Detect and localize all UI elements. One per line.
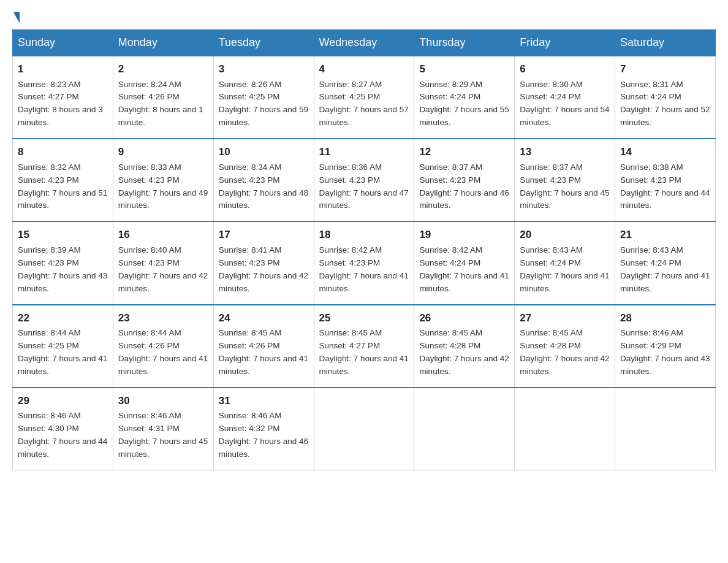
day-number: 14 [620, 144, 710, 160]
day-number: 5 [419, 61, 509, 77]
day-number: 10 [219, 144, 309, 160]
week-row-4: 22 Sunrise: 8:44 AMSunset: 4:25 PMDaylig… [13, 305, 716, 388]
day-info: Sunrise: 8:46 AMSunset: 4:32 PMDaylight:… [219, 411, 308, 459]
day-number: 29 [18, 393, 108, 409]
calendar-day-23: 23 Sunrise: 8:44 AMSunset: 4:26 PMDaylig… [113, 305, 213, 388]
day-info: Sunrise: 8:34 AMSunset: 4:23 PMDaylight:… [219, 163, 308, 210]
calendar-day-24: 24 Sunrise: 8:45 AMSunset: 4:26 PMDaylig… [213, 305, 314, 388]
day-number: 2 [118, 61, 208, 77]
day-info: Sunrise: 8:38 AMSunset: 4:23 PMDaylight:… [620, 163, 710, 210]
day-number: 23 [118, 310, 208, 326]
day-info: Sunrise: 8:30 AMSunset: 4:24 PMDaylight:… [520, 80, 609, 128]
day-number: 4 [319, 61, 409, 77]
calendar-day-20: 20 Sunrise: 8:43 AMSunset: 4:24 PMDaylig… [515, 221, 615, 304]
day-info: Sunrise: 8:29 AMSunset: 4:24 PMDaylight:… [419, 80, 509, 128]
day-number: 8 [18, 144, 108, 160]
day-header-wednesday: Wednesday [314, 30, 414, 56]
day-number: 22 [18, 310, 108, 326]
day-header-sunday: Sunday [13, 30, 113, 56]
day-number: 24 [219, 310, 309, 326]
empty-cell [414, 388, 515, 470]
day-number: 21 [620, 227, 710, 243]
day-number: 15 [18, 227, 108, 243]
day-info: Sunrise: 8:45 AMSunset: 4:26 PMDaylight:… [219, 328, 308, 376]
calendar-day-30: 30 Sunrise: 8:46 AMSunset: 4:31 PMDaylig… [113, 388, 213, 470]
calendar-day-15: 15 Sunrise: 8:39 AMSunset: 4:23 PMDaylig… [13, 221, 113, 304]
calendar-day-19: 19 Sunrise: 8:42 AMSunset: 4:24 PMDaylig… [414, 221, 515, 304]
day-number: 12 [419, 144, 509, 160]
empty-cell [314, 388, 414, 470]
day-number: 11 [319, 144, 409, 160]
empty-cell [515, 388, 615, 470]
day-info: Sunrise: 8:27 AMSunset: 4:25 PMDaylight:… [319, 80, 409, 128]
day-info: Sunrise: 8:24 AMSunset: 4:26 PMDaylight:… [118, 80, 203, 128]
calendar-day-22: 22 Sunrise: 8:44 AMSunset: 4:25 PMDaylig… [13, 305, 113, 388]
week-row-1: 1 Sunrise: 8:23 AMSunset: 4:27 PMDayligh… [13, 56, 716, 139]
day-number: 19 [419, 227, 509, 243]
day-info: Sunrise: 8:26 AMSunset: 4:25 PMDaylight:… [219, 80, 308, 128]
day-header-tuesday: Tuesday [213, 30, 314, 56]
week-row-5: 29 Sunrise: 8:46 AMSunset: 4:30 PMDaylig… [13, 388, 716, 470]
day-number: 6 [520, 61, 610, 77]
calendar-day-7: 7 Sunrise: 8:31 AMSunset: 4:24 PMDayligh… [615, 56, 716, 139]
day-info: Sunrise: 8:45 AMSunset: 4:28 PMDaylight:… [419, 328, 509, 376]
day-header-monday: Monday [113, 30, 213, 56]
calendar-day-25: 25 Sunrise: 8:45 AMSunset: 4:27 PMDaylig… [314, 305, 414, 388]
week-row-2: 8 Sunrise: 8:32 AMSunset: 4:23 PMDayligh… [13, 139, 716, 221]
calendar-day-6: 6 Sunrise: 8:30 AMSunset: 4:24 PMDayligh… [515, 56, 615, 139]
logo-triangle-icon [13, 12, 20, 23]
day-info: Sunrise: 8:44 AMSunset: 4:25 PMDaylight:… [18, 328, 107, 376]
calendar-day-11: 11 Sunrise: 8:36 AMSunset: 4:23 PMDaylig… [314, 139, 414, 221]
day-number: 20 [520, 227, 610, 243]
calendar-day-12: 12 Sunrise: 8:37 AMSunset: 4:23 PMDaylig… [414, 139, 515, 221]
day-info: Sunrise: 8:23 AMSunset: 4:27 PMDaylight:… [18, 80, 103, 128]
day-number: 17 [219, 227, 309, 243]
logo [12, 12, 20, 23]
day-header-friday: Friday [515, 30, 615, 56]
day-number: 18 [319, 227, 409, 243]
calendar-day-9: 9 Sunrise: 8:33 AMSunset: 4:23 PMDayligh… [113, 139, 213, 221]
day-number: 30 [118, 393, 208, 409]
calendar-day-14: 14 Sunrise: 8:38 AMSunset: 4:23 PMDaylig… [615, 139, 716, 221]
empty-cell [615, 388, 716, 470]
day-info: Sunrise: 8:36 AMSunset: 4:23 PMDaylight:… [319, 163, 409, 210]
day-info: Sunrise: 8:42 AMSunset: 4:24 PMDaylight:… [419, 245, 509, 293]
day-info: Sunrise: 8:45 AMSunset: 4:27 PMDaylight:… [319, 328, 409, 376]
day-number: 13 [520, 144, 610, 160]
calendar-day-27: 27 Sunrise: 8:45 AMSunset: 4:28 PMDaylig… [515, 305, 615, 388]
calendar-day-26: 26 Sunrise: 8:45 AMSunset: 4:28 PMDaylig… [414, 305, 515, 388]
calendar-day-18: 18 Sunrise: 8:42 AMSunset: 4:23 PMDaylig… [314, 221, 414, 304]
calendar-day-8: 8 Sunrise: 8:32 AMSunset: 4:23 PMDayligh… [13, 139, 113, 221]
calendar-day-2: 2 Sunrise: 8:24 AMSunset: 4:26 PMDayligh… [113, 56, 213, 139]
day-info: Sunrise: 8:40 AMSunset: 4:23 PMDaylight:… [118, 245, 208, 293]
day-info: Sunrise: 8:43 AMSunset: 4:24 PMDaylight:… [620, 245, 710, 293]
calendar-day-10: 10 Sunrise: 8:34 AMSunset: 4:23 PMDaylig… [213, 139, 314, 221]
day-info: Sunrise: 8:44 AMSunset: 4:26 PMDaylight:… [118, 328, 208, 376]
week-row-3: 15 Sunrise: 8:39 AMSunset: 4:23 PMDaylig… [13, 221, 716, 304]
logo-blue-text [12, 12, 20, 23]
day-number: 7 [620, 61, 710, 77]
day-number: 3 [219, 61, 309, 77]
day-info: Sunrise: 8:32 AMSunset: 4:23 PMDaylight:… [18, 163, 107, 210]
day-info: Sunrise: 8:41 AMSunset: 4:23 PMDaylight:… [219, 245, 308, 293]
day-info: Sunrise: 8:45 AMSunset: 4:28 PMDaylight:… [520, 328, 609, 376]
day-info: Sunrise: 8:39 AMSunset: 4:23 PMDaylight:… [18, 245, 107, 293]
day-number: 27 [520, 310, 610, 326]
day-info: Sunrise: 8:37 AMSunset: 4:23 PMDaylight:… [520, 163, 609, 210]
calendar-day-21: 21 Sunrise: 8:43 AMSunset: 4:24 PMDaylig… [615, 221, 716, 304]
calendar-day-17: 17 Sunrise: 8:41 AMSunset: 4:23 PMDaylig… [213, 221, 314, 304]
calendar-day-16: 16 Sunrise: 8:40 AMSunset: 4:23 PMDaylig… [113, 221, 213, 304]
day-number: 1 [18, 61, 108, 77]
day-info: Sunrise: 8:46 AMSunset: 4:29 PMDaylight:… [620, 328, 710, 376]
day-number: 9 [118, 144, 208, 160]
day-info: Sunrise: 8:31 AMSunset: 4:24 PMDaylight:… [620, 80, 710, 128]
day-info: Sunrise: 8:43 AMSunset: 4:24 PMDaylight:… [520, 245, 609, 293]
day-number: 26 [419, 310, 509, 326]
calendar-day-13: 13 Sunrise: 8:37 AMSunset: 4:23 PMDaylig… [515, 139, 615, 221]
calendar-header-row: SundayMondayTuesdayWednesdayThursdayFrid… [13, 30, 716, 56]
day-info: Sunrise: 8:46 AMSunset: 4:31 PMDaylight:… [118, 411, 208, 459]
calendar-day-3: 3 Sunrise: 8:26 AMSunset: 4:25 PMDayligh… [213, 56, 314, 139]
day-number: 31 [219, 393, 309, 409]
day-info: Sunrise: 8:37 AMSunset: 4:23 PMDaylight:… [419, 163, 509, 210]
day-info: Sunrise: 8:42 AMSunset: 4:23 PMDaylight:… [319, 245, 409, 293]
